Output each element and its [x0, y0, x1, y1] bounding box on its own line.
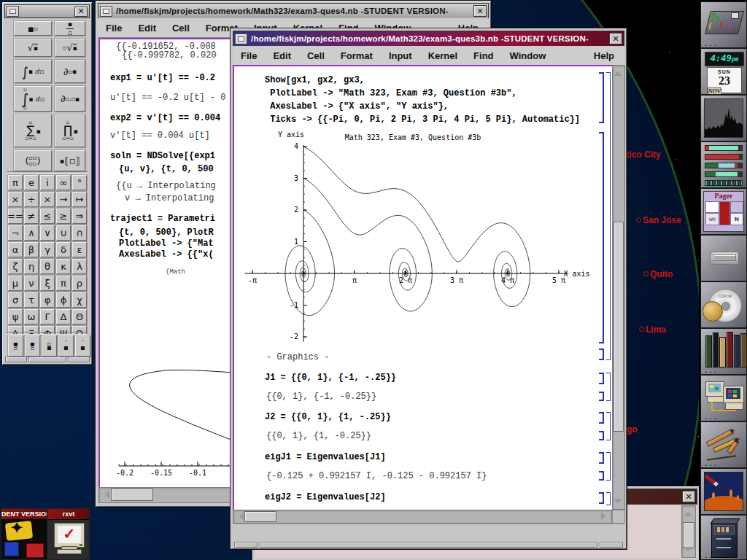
symbol-button[interactable]: ∩ [72, 225, 87, 241]
symbol-button[interactable]: μ [8, 276, 23, 291]
scroll-left-icon[interactable] [101, 490, 109, 499]
symbol-button[interactable]: λ [72, 259, 87, 274]
menu-item[interactable]: Window [502, 50, 554, 61]
scrollbar-thumb[interactable] [111, 489, 153, 501]
resize-grip[interactable] [5, 357, 27, 362]
cell-bracket[interactable] [597, 373, 604, 384]
network-computers-tile[interactable]: ... [700, 375, 747, 421]
resize-grip[interactable] [28, 357, 66, 362]
symbol-button[interactable]: σ [8, 292, 23, 308]
close-icon[interactable]: ✕ [473, 5, 487, 17]
symbol-button[interactable]: × [8, 192, 23, 207]
rxvt-icon[interactable]: ✓ [48, 520, 89, 559]
symbol-button[interactable]: γ [40, 242, 55, 257]
partial-derivative-button[interactable]: ∂▫ ▪ [55, 60, 85, 83]
definite-integral-button[interactable]: ▫∫▫▪ ⅆ▫ [14, 86, 52, 112]
part-template-button[interactable]: ▪⟦▫⟧ [55, 150, 85, 171]
sum-template-button[interactable]: ▫∑▫=▫ ▪ [14, 114, 52, 147]
symbol-button[interactable]: χ [72, 292, 87, 308]
menu-item[interactable]: Cell [164, 23, 198, 34]
library-books-tile[interactable]: ... [700, 328, 747, 375]
symbol-button[interactable]: ρ [72, 276, 87, 291]
cell-bracket[interactable] [597, 431, 604, 440]
script-template-button[interactable]: ▪▫ [8, 335, 23, 357]
symbol-button[interactable]: β [24, 242, 39, 257]
symbol-button[interactable]: Θ [72, 309, 87, 324]
symbol-button[interactable]: ψ [8, 309, 23, 324]
paint-tile[interactable] [700, 468, 747, 515]
symbol-button[interactable]: ϕ [56, 292, 71, 308]
cell-bracket[interactable] [605, 492, 611, 505]
pager-tile[interactable]: Pager wh N [700, 188, 747, 235]
clock-calendar-tile[interactable]: 4:49pm SUN 23 NOV [700, 48, 747, 95]
file-cabinet-tile[interactable]: ... [700, 515, 747, 560]
symbol-button[interactable]: φ [40, 292, 55, 308]
vertical-scrollbar[interactable] [612, 65, 625, 510]
pager-desk[interactable]: wh [705, 213, 719, 225]
menu-item[interactable]: File [233, 50, 265, 61]
fraction-template-button[interactable]: ▪▫ [55, 21, 85, 36]
pager-desk[interactable]: N [730, 213, 743, 225]
vertical-scrollbar[interactable] [681, 505, 696, 558]
close-icon[interactable]: ✕ [682, 491, 695, 502]
minimized-mathematica-window[interactable]: DENT VERSION ✦ [1, 508, 47, 560]
symbol-button[interactable]: == [8, 209, 23, 224]
load-meter-tile[interactable] [700, 95, 747, 141]
symbol-button[interactable]: Δ [56, 309, 71, 324]
menu-item[interactable]: Input [381, 50, 420, 61]
window-menu-button[interactable] [235, 34, 247, 44]
menu-item[interactable]: File [98, 23, 130, 34]
mathematica-icon[interactable]: ✦ [1, 520, 47, 559]
script-template-button[interactable]: ˆ▪ [75, 335, 90, 357]
partial-derivative2-button[interactable]: ∂▫,▫ ▪ [55, 86, 85, 112]
resize-grip[interactable] [600, 542, 623, 548]
symbol-button[interactable]: e [24, 175, 39, 190]
symbol-button[interactable]: ÷ [24, 192, 39, 207]
window-exam3-ques3b[interactable]: /home/fiskjm/projects/homework/Math323/e… [230, 28, 627, 550]
close-icon[interactable]: ✕ [609, 33, 622, 44]
menu-item[interactable]: Kernel [420, 50, 465, 61]
drawing-tools-tile[interactable]: ... [700, 421, 747, 468]
symbol-button[interactable]: ζ [8, 259, 23, 274]
scroll-right-icon[interactable] [601, 512, 610, 521]
afterstep-logo-tile[interactable]: A f t e ... [700, 1, 747, 48]
symbol-button[interactable]: κ [56, 259, 71, 274]
symbol-button[interactable]: ↦ [72, 192, 87, 207]
symbol-button[interactable]: ∪ [56, 225, 71, 241]
symbol-button[interactable]: α [8, 242, 23, 257]
scroll-down-icon[interactable] [614, 499, 622, 508]
symbol-button[interactable]: ⇒ [72, 209, 87, 224]
horizontal-scrollbar[interactable] [233, 510, 612, 524]
symbol-button[interactable]: η [24, 259, 39, 274]
symbol-button[interactable]: δ [56, 242, 71, 257]
pager-desk-active[interactable] [719, 201, 730, 225]
resize-grip[interactable] [68, 357, 90, 362]
symbol-button[interactable]: θ [40, 259, 55, 274]
scroll-left-icon[interactable] [235, 512, 244, 521]
back-titlebar[interactable]: /home/fiskjm/projects/homework/Math323/e… [98, 3, 489, 19]
minwin-title[interactable]: DENT VERSION [1, 509, 47, 520]
window-menu-button[interactable] [7, 6, 19, 17]
menu-item[interactable]: Find [465, 50, 501, 61]
menu-item[interactable]: Format [333, 50, 381, 61]
menu-item[interactable]: Edit [130, 23, 164, 34]
scrollbar-thumb[interactable] [614, 222, 624, 432]
cell-bracket[interactable] [605, 373, 611, 401]
symbol-button[interactable]: Γ [40, 309, 55, 324]
resize-grip[interactable] [260, 542, 597, 548]
symbol-button[interactable]: ν [24, 276, 39, 291]
script-template-button[interactable]: ˉ▪ [58, 335, 74, 357]
inbox-tray-tile[interactable] [700, 235, 747, 281]
close-icon[interactable]: ✕ [74, 7, 88, 17]
nth-root-template-button[interactable]: ▫√▪ [55, 39, 85, 57]
window-menu-button[interactable] [100, 6, 112, 17]
cell-bracket[interactable] [605, 412, 611, 440]
indefinite-integral-button[interactable]: ∫▪ ⅆ▫ [14, 60, 52, 83]
cell-bracket[interactable] [597, 452, 604, 464]
symbol-button[interactable]: ∧ [24, 225, 39, 241]
scroll-up-icon[interactable] [684, 508, 692, 516]
symbol-button[interactable]: ∞ [56, 175, 71, 190]
resize-grip[interactable] [234, 542, 258, 548]
minwin-title[interactable]: rxvt [48, 509, 89, 520]
cell-bracket[interactable] [597, 471, 604, 481]
